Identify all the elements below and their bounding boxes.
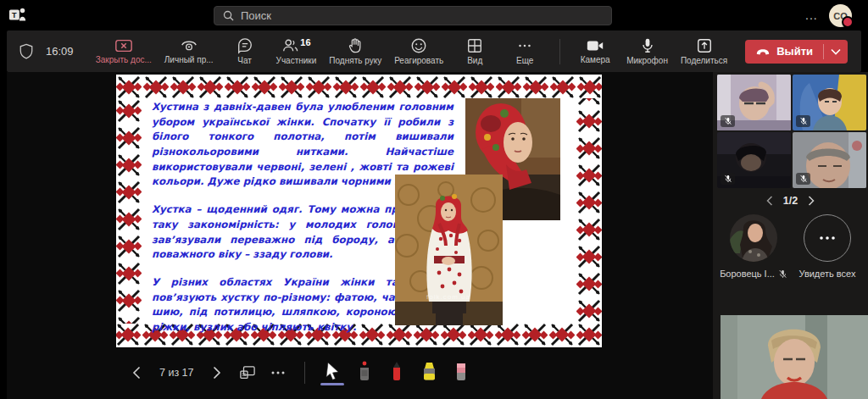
pen-tool-button[interactable] — [385, 361, 409, 385]
leave-options-chevron[interactable] — [824, 48, 848, 55]
pager-previous-button[interactable] — [766, 196, 773, 206]
embroidery-motif — [116, 75, 142, 100]
chat-icon — [236, 37, 253, 54]
participants-button[interactable]: 16 Участники — [273, 36, 320, 67]
participant-video-tile[interactable] — [793, 75, 866, 130]
eraser-icon — [452, 361, 470, 381]
embroidery-motif — [306, 75, 331, 100]
embroidery-motif — [576, 190, 602, 215]
mic-muted-badge — [721, 173, 735, 185]
previous-slide-button[interactable] — [125, 362, 147, 384]
participant-avatar-photo — [730, 214, 777, 262]
microphone-icon — [639, 37, 656, 54]
camera-button[interactable]: Камера — [573, 36, 617, 66]
embroidery-motif — [170, 75, 196, 100]
raise-hand-button[interactable]: Поднять руку — [326, 36, 385, 67]
avatar[interactable]: CO — [829, 4, 852, 27]
embroidery-motif — [576, 298, 602, 324]
toolbar-divider — [559, 39, 560, 64]
eraser-tool-button[interactable] — [449, 361, 473, 385]
chevron-down-icon — [831, 48, 841, 55]
embroidery-motif — [576, 136, 602, 161]
leave-button[interactable]: Выйти — [745, 40, 848, 64]
embroidery-motif — [576, 244, 602, 269]
embroidery-motif — [495, 322, 520, 347]
presenter-more-button[interactable] — [267, 362, 289, 384]
pager-next-button[interactable] — [808, 196, 815, 206]
controls-divider — [304, 362, 305, 384]
embroidery-motif — [576, 163, 602, 188]
participant-avatar — [730, 214, 777, 262]
next-slide-button[interactable] — [206, 362, 228, 384]
see-everyone-button[interactable]: Увидеть всех — [793, 214, 861, 279]
mic-muted-badge — [796, 173, 810, 185]
slide-grid-button[interactable] — [236, 362, 259, 384]
mic-off-icon — [778, 269, 787, 279]
stop-presenting-button[interactable]: Закрыть дос... — [92, 36, 155, 66]
pager-page-indicator: 1/2 — [783, 195, 798, 207]
svg-text:T: T — [12, 11, 17, 19]
mic-muted-badge — [796, 115, 810, 127]
embroidery-motif — [198, 75, 223, 100]
participants-sidebar: 1/2 Боровець І... — [713, 72, 868, 399]
shield-icon — [19, 43, 34, 60]
participant-video-tile[interactable] — [793, 132, 866, 188]
embroidery-motif — [116, 322, 141, 347]
cursor-icon — [323, 361, 342, 381]
embroidery-motif — [549, 322, 575, 347]
hangup-icon — [755, 47, 771, 56]
embroidery-motif — [496, 75, 521, 100]
search-input[interactable]: Поиск — [214, 6, 612, 25]
view-button[interactable]: Вид — [453, 36, 497, 67]
share-icon — [696, 37, 713, 54]
highlighter-tool-button[interactable] — [417, 361, 441, 385]
participants-count-badge: 16 — [300, 37, 310, 47]
embroidery-motif — [522, 322, 548, 347]
red-pen-icon — [387, 361, 406, 381]
participants-icon — [281, 37, 298, 54]
selected-tool-underline — [320, 383, 344, 385]
embroidery-motif — [576, 108, 602, 134]
chevron-left-icon — [766, 196, 773, 206]
presenter-controls: 7 из 17 — [125, 358, 473, 387]
embroidery-motif — [442, 75, 467, 100]
smiley-icon — [410, 37, 427, 54]
speaker-video-tile[interactable] — [721, 315, 868, 399]
embroidery-motif — [523, 75, 548, 100]
more-actions-button[interactable]: Еще — [503, 36, 547, 67]
laser-pointer-tool-button[interactable] — [353, 361, 376, 385]
share-button[interactable]: Поделиться — [677, 36, 731, 67]
chevron-right-icon — [808, 196, 815, 206]
audio-participant[interactable]: Боровець І... — [720, 214, 787, 279]
embroidery-motif — [333, 75, 359, 100]
embroidery-motif — [468, 322, 493, 347]
photo-watermark: folk.com.ua — [402, 293, 495, 301]
chevron-left-icon — [132, 366, 141, 380]
mic-muted-badge — [721, 115, 735, 127]
video-grid — [717, 75, 866, 188]
microphone-button[interactable]: Микрофон — [623, 36, 671, 67]
embroidery-motif — [576, 271, 602, 296]
stop-presenting-icon — [114, 38, 133, 53]
cursor-tool-button[interactable] — [320, 361, 344, 385]
yellow-highlighter-icon — [419, 361, 439, 381]
react-button[interactable]: Реагировать — [391, 36, 447, 67]
search-icon — [223, 10, 234, 21]
video-grid-pager: 1/2 — [713, 191, 868, 211]
participant-video-tile[interactable] — [717, 75, 791, 130]
mic-off-icon — [724, 175, 732, 183]
titlebar-more-button[interactable]: ... — [805, 8, 818, 22]
ellipsis-circle-icon — [804, 214, 851, 262]
embroidery-motif — [550, 75, 576, 100]
ellipsis-icon — [270, 370, 286, 375]
embroidery-motif — [576, 322, 602, 347]
chat-button[interactable]: Чат — [223, 36, 267, 67]
private-view-button[interactable]: Личный пр... — [161, 36, 217, 66]
chevron-right-icon — [213, 366, 221, 380]
mic-off-icon — [724, 117, 732, 125]
audio-participants-row: Боровець І... Увидеть всех — [720, 214, 861, 279]
raise-hand-icon — [347, 37, 364, 54]
embroidery-motif — [116, 125, 142, 151]
embroidery-motif — [387, 75, 413, 100]
participant-video-tile[interactable] — [717, 132, 791, 188]
